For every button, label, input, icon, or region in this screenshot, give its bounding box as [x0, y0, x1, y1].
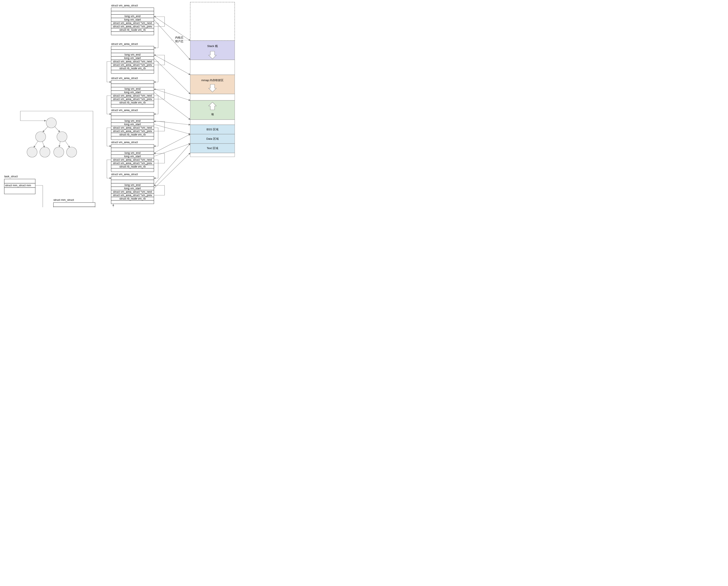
svg-text:struct rb_node vm_rb: struct rb_node vm_rb	[120, 197, 146, 200]
svg-rect-92	[190, 60, 235, 75]
svg-text:struct vm_area_struct *vm_next: struct vm_area_struct *vm_next	[113, 94, 152, 97]
task-struct-title: task_struct	[4, 175, 18, 178]
svg-rect-22	[111, 50, 154, 53]
edge-mmap-to-vma	[95, 204, 113, 207]
svg-rect-3	[53, 203, 95, 207]
svg-text:struct vm_area_struct *vm_next: struct vm_area_struct *vm_next	[113, 126, 152, 129]
task-struct-field-mm: struct mm_struct mm	[5, 184, 31, 187]
tree-node	[57, 132, 67, 142]
svg-text:long vm_start: long vm_start	[124, 90, 141, 94]
diagram-root: task_struct struct mm_struct mm struct m…	[0, 0, 257, 207]
vma-4: struct vm_area_struct long vm_end long v…	[111, 109, 154, 140]
svg-text:struct vm_area_struct *vm_next: struct vm_area_struct *vm_next	[113, 60, 152, 63]
svg-text:long vm_start: long vm_start	[124, 123, 141, 126]
svg-rect-63	[111, 144, 154, 148]
svg-text:long vm_end: long vm_end	[125, 183, 140, 187]
svg-text:Text 区域: Text 区域	[207, 146, 218, 150]
svg-rect-64	[111, 148, 154, 151]
svg-rect-7	[111, 8, 154, 11]
svg-rect-49	[111, 112, 154, 116]
svg-rect-96	[190, 119, 235, 125]
svg-text:long vm_start: long vm_start	[124, 18, 141, 21]
svg-text:long vm_end: long vm_end	[125, 87, 140, 90]
tree-node	[46, 118, 56, 128]
svg-rect-100	[190, 153, 235, 157]
svg-text:struct vm_area_struct: struct vm_area_struct	[111, 172, 138, 176]
tree-node	[67, 147, 77, 157]
svg-text:long vm_start: long vm_start	[124, 56, 141, 60]
svg-text:struct rb_node vm_rb: struct rb_node vm_rb	[120, 165, 146, 168]
svg-text:mmap 内存映射区: mmap 内存映射区	[201, 79, 224, 82]
tree-node	[27, 147, 37, 157]
vma-5: struct vm_area_struct long vm_end long v…	[111, 140, 154, 172]
svg-text:BSS 区域: BSS 区域	[206, 128, 218, 131]
svg-rect-77	[111, 177, 154, 180]
svg-text:struct vm_area_struct *vm_prev: struct vm_area_struct *vm_prev	[113, 130, 152, 133]
svg-text:struct rb_node vm_rb: struct rb_node vm_rb	[120, 133, 146, 136]
svg-text:struct rb_node vm_rb: struct rb_node vm_rb	[120, 66, 146, 70]
svg-rect-78	[111, 180, 154, 183]
vma-1: struct vm_area_struct long vm_end long v…	[111, 4, 154, 35]
memory-layout: 内核态 用户态 Stack 栈 mmap 内存映射区 堆 BSS 区域 Data…	[171, 2, 235, 157]
task-struct: task_struct struct mm_struct mm	[4, 175, 35, 194]
svg-text:struct vm_area_struct *vm_next: struct vm_area_struct *vm_next	[113, 158, 152, 161]
svg-text:long vm_start: long vm_start	[124, 155, 141, 158]
svg-rect-21	[111, 46, 154, 50]
svg-rect-94	[190, 94, 235, 100]
svg-text:Data 区域: Data 区域	[206, 137, 218, 140]
svg-rect-8	[111, 11, 154, 15]
svg-text:struct vm_area_struct *vm_prev: struct vm_area_struct *vm_prev	[113, 193, 152, 197]
tree-node	[54, 147, 64, 157]
svg-text:Stack 栈: Stack 栈	[207, 45, 217, 48]
svg-rect-47	[111, 104, 154, 108]
svg-text:long vm_end: long vm_end	[125, 53, 140, 56]
svg-text:struct vm_area_struct *vm_prev: struct vm_area_struct *vm_prev	[113, 25, 152, 28]
svg-rect-2	[4, 188, 35, 194]
svg-text:struct vm_area_struct: struct vm_area_struct	[111, 77, 138, 80]
kernel-area	[190, 2, 235, 41]
rbtree	[27, 118, 77, 157]
edge-task-to-mm	[35, 185, 53, 207]
svg-text:struct vm_area_struct *vm_prev: struct vm_area_struct *vm_prev	[113, 161, 152, 165]
mm-struct-title: struct mm_struct	[53, 198, 74, 202]
svg-text:long vm_end: long vm_end	[125, 15, 140, 18]
tree-node	[40, 147, 50, 157]
svg-text:long vm_start: long vm_start	[124, 187, 141, 190]
svg-text:long vm_end: long vm_end	[125, 151, 140, 155]
label-kernel: 内核态	[175, 36, 183, 39]
vma-6: struct vm_area_struct long vm_end long v…	[111, 172, 154, 204]
svg-rect-75	[111, 168, 154, 172]
svg-rect-33	[111, 70, 154, 74]
svg-rect-89	[111, 201, 154, 204]
svg-rect-35	[111, 80, 154, 84]
svg-text:struct vm_area_struct: struct vm_area_struct	[111, 109, 138, 112]
vma-2: struct vm_area_struct long vm_end long v…	[111, 42, 154, 74]
svg-rect-61	[111, 136, 154, 140]
svg-text:struct vm_area_struct *vm_next: struct vm_area_struct *vm_next	[113, 190, 152, 193]
svg-text:struct vm_area_struct *vm_prev: struct vm_area_struct *vm_prev	[113, 63, 152, 66]
svg-rect-50	[111, 116, 154, 119]
svg-text:struct rb_node vm_rb: struct rb_node vm_rb	[120, 28, 146, 31]
svg-rect-0	[4, 179, 35, 183]
svg-text:struct vm_area_struct *vm_prev: struct vm_area_struct *vm_prev	[113, 98, 152, 101]
svg-text:struct vm_area_struct: struct vm_area_struct	[111, 42, 138, 46]
mm-struct: struct mm_struct struct rb_root mm_rb st…	[53, 198, 95, 207]
svg-rect-19	[111, 32, 154, 35]
svg-text:堆: 堆	[211, 113, 214, 116]
svg-text:struct vm_area_struct: struct vm_area_struct	[111, 4, 138, 7]
svg-rect-36	[111, 84, 154, 87]
svg-text:struct vm_area_struct *vm_next: struct vm_area_struct *vm_next	[113, 21, 152, 25]
vma-to-mem	[154, 16, 190, 188]
tree-node	[35, 132, 46, 142]
vma-3: struct vm_area_struct long vm_end long v…	[111, 77, 154, 108]
svg-text:struct vm_area_struct: struct vm_area_struct	[111, 140, 138, 144]
svg-text:long vm_end: long vm_end	[125, 119, 140, 123]
svg-text:struct rb_node vm_rb: struct rb_node vm_rb	[120, 101, 146, 104]
